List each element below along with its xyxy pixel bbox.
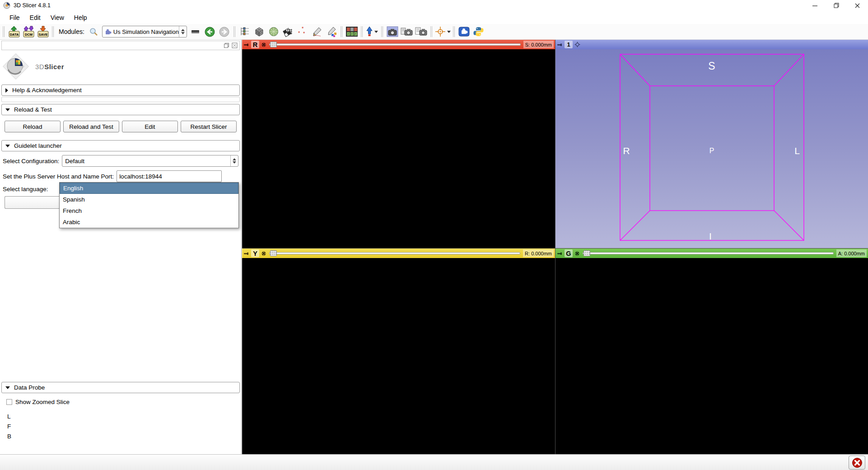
yellow-slice-offset-slider[interactable] xyxy=(269,250,520,257)
language-dropdown-popup: English Spanish French Arabic xyxy=(59,182,239,228)
threed-viewport[interactable]: S R P L I xyxy=(555,49,868,248)
restart-slicer-button[interactable]: Restart Slicer xyxy=(181,121,237,132)
green-slice-offset-slider[interactable] xyxy=(583,250,834,257)
menu-file[interactable]: File xyxy=(5,12,25,23)
green-slice-viewport[interactable] xyxy=(555,258,868,454)
extensions-manager-button[interactable] xyxy=(457,25,471,38)
mouse-interaction-button[interactable] xyxy=(365,25,379,38)
error-log-button[interactable] xyxy=(849,456,865,470)
module-search-button[interactable] xyxy=(87,25,100,38)
mouse-mode-arrow-icon xyxy=(366,26,373,37)
language-combobox[interactable] xyxy=(5,196,59,209)
data-tree-icon xyxy=(239,27,250,37)
load-dicom-button[interactable]: DCM xyxy=(22,25,35,38)
slice-pin-icon[interactable] xyxy=(243,42,249,47)
guidelet-launcher-section[interactable]: Guidelet launcher xyxy=(1,140,240,151)
slice-menu-icon[interactable] xyxy=(261,42,266,47)
yellow-slice-viewport[interactable] xyxy=(242,258,555,454)
module-selector-combobox[interactable]: Us Simulation Navigation xyxy=(102,26,187,38)
menu-edit[interactable]: Edit xyxy=(25,12,46,23)
annotations-button[interactable] xyxy=(310,25,324,38)
plus-server-input[interactable] xyxy=(117,170,222,182)
python-console-button[interactable] xyxy=(472,25,485,38)
editor-button[interactable] xyxy=(325,25,338,38)
show-data-button[interactable] xyxy=(238,25,252,38)
transforms-button[interactable] xyxy=(281,25,295,38)
threed-view-label: 1 xyxy=(565,41,573,48)
markups-button[interactable]: *** xyxy=(296,25,309,38)
slider-handle[interactable] xyxy=(270,250,277,256)
show-zoomed-slice-checkbox[interactable] xyxy=(6,399,12,405)
back-button[interactable] xyxy=(203,25,217,38)
models-button[interactable] xyxy=(267,25,280,38)
red-slice-viewport[interactable] xyxy=(242,49,555,248)
data-probe-lines: L F B xyxy=(7,412,241,442)
language-option-french[interactable]: French xyxy=(60,205,238,216)
help-acknowledgement-section[interactable]: Help & Acknowledgement xyxy=(1,85,240,96)
svg-text:SAVE: SAVE xyxy=(38,33,47,37)
axis-label-inferior: I xyxy=(709,231,712,241)
data-probe-section[interactable]: Data Probe xyxy=(1,382,240,393)
toolbar-grip[interactable] xyxy=(3,26,5,37)
reload-button[interactable]: Reload xyxy=(5,121,61,132)
reload-test-section[interactable]: Reload & Test xyxy=(1,104,240,115)
toolbar-grip[interactable] xyxy=(341,26,343,37)
save-icon: SAVE xyxy=(37,26,50,38)
language-option-spanish[interactable]: Spanish xyxy=(60,194,238,205)
slider-handle[interactable] xyxy=(270,42,277,47)
toolbar-grip[interactable] xyxy=(453,26,455,37)
language-option-english[interactable]: English xyxy=(60,183,238,194)
language-option-arabic[interactable]: Arabic xyxy=(60,216,238,228)
undock-panel-icon[interactable] xyxy=(224,42,229,48)
slice-pin-icon[interactable] xyxy=(557,251,563,256)
screenshot-camera-icon xyxy=(387,26,398,37)
close-panel-icon[interactable] xyxy=(232,42,238,48)
save-button[interactable]: SAVE xyxy=(36,25,50,38)
red-slice-offset-slider[interactable] xyxy=(269,41,521,48)
scene-view-capture-button[interactable] xyxy=(400,25,414,38)
module-history-button[interactable] xyxy=(189,25,202,38)
configuration-combobox[interactable]: Default xyxy=(62,155,238,167)
probe-line-f: F xyxy=(7,422,241,432)
load-data-icon: DATA xyxy=(8,26,21,38)
language-label: Select language: xyxy=(3,186,48,193)
load-data-button[interactable]: DATA xyxy=(7,25,21,38)
crosshair-button[interactable] xyxy=(435,25,451,38)
screenshot-button[interactable] xyxy=(386,25,399,38)
scene-view-list-button[interactable] xyxy=(415,25,428,38)
axis-label-superior: S xyxy=(708,60,715,72)
window-titlebar: 3D Slicer 4.8.1 xyxy=(0,0,868,11)
configuration-spinner[interactable] xyxy=(230,155,238,166)
menu-view[interactable]: View xyxy=(46,12,69,23)
toolbar-grip[interactable] xyxy=(361,26,363,37)
yellow-slice-controller: Y R: 0.000mm xyxy=(242,249,555,258)
module-selector-spinner[interactable] xyxy=(179,26,187,37)
markups-fiducials-icon: *** xyxy=(297,26,308,37)
volumes-button[interactable] xyxy=(252,25,266,38)
toolbar-grip[interactable] xyxy=(381,26,383,37)
view-center-icon[interactable] xyxy=(574,42,580,47)
edit-button[interactable]: Edit xyxy=(122,121,178,132)
view-pin-icon[interactable] xyxy=(557,42,563,47)
scene-view-camera-icon xyxy=(401,26,413,37)
close-button[interactable] xyxy=(847,0,868,11)
restore-button[interactable] xyxy=(826,0,847,11)
green-view-label: G xyxy=(565,249,573,257)
slider-handle[interactable] xyxy=(583,250,590,256)
layout-selector-button[interactable] xyxy=(345,25,359,38)
view-layout-grid: R S: 0.000mm 1 xyxy=(242,40,868,454)
load-dicom-icon: DCM xyxy=(22,26,35,38)
toolbar-grip[interactable] xyxy=(430,26,433,37)
slice-menu-icon[interactable] xyxy=(261,251,266,256)
volumes-cube-icon xyxy=(254,26,265,37)
probe-line-l: L xyxy=(7,412,241,422)
forward-button[interactable] xyxy=(218,25,231,38)
reload-and-test-button[interactable]: Reload and Test xyxy=(63,121,119,132)
slice-pin-icon[interactable] xyxy=(243,251,249,256)
toolbar-grip[interactable] xyxy=(52,26,54,37)
toolbar-grip[interactable] xyxy=(233,26,236,37)
slice-menu-icon[interactable] xyxy=(574,251,580,256)
slicer-logo-text: 3DSlicer xyxy=(35,63,64,70)
menu-help[interactable]: Help xyxy=(69,12,92,23)
minimize-button[interactable] xyxy=(804,0,826,11)
